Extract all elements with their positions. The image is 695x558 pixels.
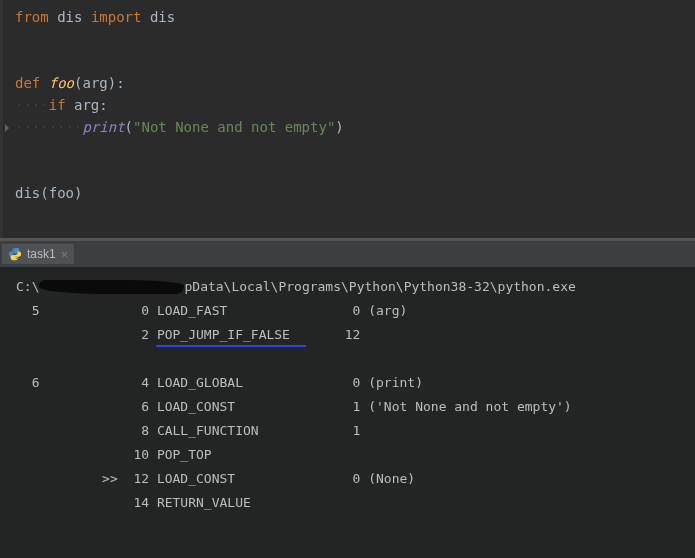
function-name: foo xyxy=(49,75,74,91)
dis-row: 10 POP_TOP xyxy=(16,443,683,467)
console-output[interactable]: C:\pData\Local\Programs\Python\Python38-… xyxy=(0,267,695,523)
code-line: ········print("Not None and not empty") xyxy=(15,116,695,138)
path-suffix: pData\Local\Programs\Python\Python38-32\… xyxy=(184,279,575,294)
close-icon[interactable]: × xyxy=(61,248,69,261)
param-arg: arg xyxy=(82,75,107,91)
module-dis: dis xyxy=(57,9,82,25)
python-icon xyxy=(8,247,22,261)
gutter-fold-icon[interactable] xyxy=(5,124,9,132)
code-line: from dis import dis xyxy=(15,6,695,28)
run-tab-task1[interactable]: task1 × xyxy=(2,244,74,264)
redacted-path xyxy=(39,280,184,294)
call-dis-arg: foo xyxy=(49,185,74,201)
dis-row: 5 0 LOAD_FAST 0 (arg) xyxy=(16,299,683,323)
string-literal: "Not None and not empty" xyxy=(133,119,335,135)
code-line-blank xyxy=(15,138,695,160)
keyword-if: if xyxy=(49,97,66,113)
dis-row: 2 POP_JUMP_IF_FALSE 12 xyxy=(16,323,683,347)
code-editor[interactable]: from dis import dis def foo(arg): ····if… xyxy=(0,0,695,238)
code-line-blank xyxy=(15,50,695,72)
code-line-blank xyxy=(15,28,695,50)
dis-row xyxy=(16,347,683,371)
code-line: def foo(arg): xyxy=(15,72,695,94)
keyword-import: import xyxy=(91,9,142,25)
path-prefix: C:\ xyxy=(16,279,39,294)
code-line: ····if arg: xyxy=(15,94,695,116)
dis-row: 6 4 LOAD_GLOBAL 0 (print) xyxy=(16,371,683,395)
paren: ): xyxy=(108,75,125,91)
dis-row: 6 LOAD_CONST 1 ('Not None and not empty'… xyxy=(16,395,683,419)
import-dis: dis xyxy=(150,9,175,25)
if-cond: arg xyxy=(74,97,99,113)
dis-row: 8 CALL_FUNCTION 1 xyxy=(16,419,683,443)
run-tab-bar: task1 × xyxy=(0,241,695,267)
run-tab-label: task1 xyxy=(27,247,56,261)
keyword-def: def xyxy=(15,75,40,91)
keyword-from: from xyxy=(15,9,49,25)
call-dis: dis xyxy=(15,185,40,201)
run-tool-window: task1 × C:\pData\Local\Programs\Python\P… xyxy=(0,241,695,558)
code-line-blank xyxy=(15,160,695,182)
output-path-line: C:\pData\Local\Programs\Python\Python38-… xyxy=(16,275,683,299)
builtin-print: print xyxy=(82,119,124,135)
code-line: dis(foo) xyxy=(15,182,695,204)
indent-guide: ···· xyxy=(15,97,49,113)
dis-row: 14 RETURN_VALUE xyxy=(16,491,683,515)
dis-row: >> 12 LOAD_CONST 0 (None) xyxy=(16,467,683,491)
indent-guide: ········ xyxy=(15,119,82,135)
